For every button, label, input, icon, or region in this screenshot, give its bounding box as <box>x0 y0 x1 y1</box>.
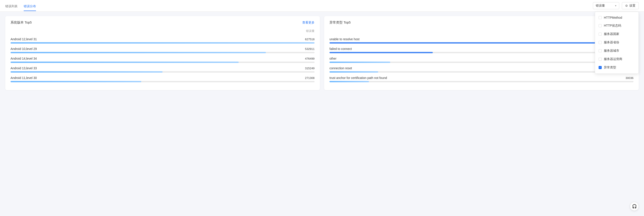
list-item: Android 13,level 33 315249 <box>10 66 314 73</box>
settings-label: 设置 <box>629 4 636 8</box>
item-value: 315249 <box>305 67 314 70</box>
dropdown-item-server-country[interactable]: 服务器国家 <box>595 30 638 38</box>
progress-bar-bg <box>10 71 314 73</box>
item-name: Android 12,level 31 <box>10 37 37 41</box>
progress-bar-fill <box>10 52 266 53</box>
top-right-controls: 错误量 ▾ ⚙ 设置 <box>593 2 639 12</box>
dropdown-item-server-carrier[interactable]: 服务器运营商 <box>595 55 638 63</box>
dropdown-item-server-city[interactable]: 服务器城市 <box>595 47 638 55</box>
card-title-left: 系统版本 Top5 <box>10 21 32 25</box>
tab-error-distribution[interactable]: 错误分布 <box>24 3 36 11</box>
progress-bar-bg <box>10 42 314 44</box>
progress-bar-fill <box>10 62 239 63</box>
list-item: trust anchor for certification path not … <box>330 76 634 82</box>
dropdown-item-server-province[interactable]: 服务器省份 <box>595 38 638 47</box>
dropdown-item-label: 服务器省份 <box>604 41 619 44</box>
dropdown-label: 错误量 <box>596 4 605 8</box>
dropdown-item-label: 服务器城市 <box>604 49 619 53</box>
item-name: Android 14,level 34 <box>10 57 37 60</box>
progress-bar-fill <box>330 42 634 44</box>
progress-bar-bg <box>330 81 634 82</box>
list-item: connection reset 43451 <box>330 66 634 73</box>
top-bar: 错误列表 错误分布 错误量 ▾ ⚙ 设置 <box>0 0 644 12</box>
item-value: 30036 <box>626 76 634 80</box>
list-header-left: 错误量 <box>10 29 314 35</box>
error-metric-dropdown[interactable]: 错误量 ▾ <box>593 2 619 9</box>
progress-bar-bg <box>330 62 634 63</box>
card-header-right: 异常类型 Top5 查看更多 <box>330 21 634 25</box>
progress-bar-bg <box>330 42 634 44</box>
progress-bar-bg <box>10 52 314 53</box>
progress-bar-fill <box>330 62 390 63</box>
exception-type-card: 异常类型 Top5 查看更多 错误量 unable to resolve hos… <box>324 16 639 90</box>
system-version-card: 系统版本 Top5 查看更多 错误量 Android 12,level 31 6… <box>5 16 320 90</box>
checkbox-server-carrier[interactable] <box>598 58 602 61</box>
list-item: other 72977 <box>330 57 634 63</box>
item-name: Android 13,level 33 <box>10 66 37 70</box>
progress-bar-fill <box>330 71 378 73</box>
item-name: Android 10,level 29 <box>10 47 37 51</box>
item-name: other <box>330 57 336 60</box>
checkbox-http-status[interactable] <box>598 24 602 27</box>
list-item: Android 11,level 30 271308 <box>10 76 314 82</box>
checkbox-server-province[interactable] <box>598 41 602 44</box>
progress-bar-bg <box>330 52 634 53</box>
checkbox-server-country[interactable] <box>598 33 602 36</box>
tabs: 错误列表 错误分布 <box>5 3 36 11</box>
progress-bar-bg <box>10 81 314 82</box>
settings-button[interactable]: ⚙ 设置 <box>622 2 639 9</box>
list-item: unable to resolve host 1926053 <box>330 37 634 44</box>
list-item: Android 14,level 34 476499 <box>10 57 314 63</box>
card-header-left: 系统版本 Top5 查看更多 <box>10 21 314 25</box>
col-value-left: 错误量 <box>306 29 314 33</box>
item-value: 532911 <box>305 47 314 51</box>
item-name: connection reset <box>330 66 352 70</box>
tab-error-list[interactable]: 错误列表 <box>5 3 18 11</box>
dropdown-item-label: 服务器运营商 <box>604 57 622 61</box>
progress-bar-fill <box>10 81 141 82</box>
gear-icon: ⚙ <box>625 4 628 8</box>
dropdown-item-http-status[interactable]: HTTP状态码 <box>595 22 638 30</box>
item-name: failed to connect <box>330 47 352 51</box>
item-name: trust anchor for certification path not … <box>330 76 387 80</box>
dropdown-panel: HTTPMethod HTTP状态码 服务器国家 服务器省份 服务器城市 服务器… <box>595 12 639 74</box>
list-item: Android 10,level 29 532911 <box>10 47 314 53</box>
item-value: 627518 <box>305 38 314 41</box>
dropdown-item-label: HTTPMethod <box>604 16 622 19</box>
main-content: 系统版本 Top5 查看更多 错误量 Android 12,level 31 6… <box>0 12 644 94</box>
dropdown-item-exception-type[interactable]: 异常类型 <box>595 63 638 72</box>
progress-bar-fill <box>10 42 314 44</box>
checkbox-httpmethod[interactable] <box>598 16 602 19</box>
list-item: Android 12,level 31 627518 <box>10 37 314 44</box>
progress-bar-bg <box>330 71 634 73</box>
item-name: unable to resolve host <box>330 37 360 41</box>
card-title-right: 异常类型 Top5 <box>330 21 351 25</box>
item-value: 476499 <box>305 57 314 60</box>
chevron-down-icon: ▾ <box>615 4 616 7</box>
dropdown-item-httpmethod[interactable]: HTTPMethod <box>595 14 638 22</box>
dropdown-item-label: 异常类型 <box>604 66 616 69</box>
checkbox-server-city[interactable] <box>598 49 602 52</box>
list-header-right: 错误量 <box>330 29 634 35</box>
list-item: failed to connect 667192 <box>330 47 634 53</box>
checkbox-exception-type[interactable] <box>598 66 602 69</box>
progress-bar-fill <box>330 81 369 82</box>
item-value: 271308 <box>305 76 314 80</box>
progress-bar-fill <box>330 52 433 53</box>
progress-bar-fill <box>10 71 162 73</box>
progress-bar-bg <box>10 62 314 63</box>
dropdown-item-label: HTTP状态码 <box>604 24 621 28</box>
view-more-left[interactable]: 查看更多 <box>302 21 314 25</box>
item-name: Android 11,level 30 <box>10 76 37 80</box>
dropdown-item-label: 服务器国家 <box>604 32 619 36</box>
